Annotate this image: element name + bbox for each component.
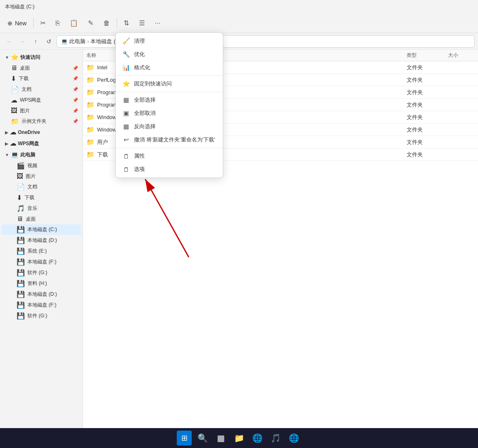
g-drive-icon: 💾 bbox=[17, 269, 25, 277]
sidebar-section-this-pc[interactable]: ▼ 💻 此电脑 bbox=[2, 149, 81, 160]
taskbar-edge-button[interactable]: 🌐 bbox=[286, 431, 301, 446]
col-size-label: 大小 bbox=[448, 52, 458, 59]
folder-icon: 📁 bbox=[86, 126, 95, 134]
undo-icon: ↩ bbox=[122, 136, 130, 144]
path-separator: › bbox=[87, 38, 89, 44]
sidebar-photos2-label: 图片 bbox=[26, 173, 36, 180]
sidebar-item-photos2[interactable]: 🖼 图片 bbox=[2, 171, 81, 181]
sidebar-item-g-drive[interactable]: 💾 软件 (G:) bbox=[2, 268, 81, 278]
sidebar-g-drive-label: 软件 (G:) bbox=[27, 269, 47, 276]
options-label: 选项 bbox=[134, 166, 145, 173]
cut-icon: ✂ bbox=[40, 19, 46, 27]
sidebar-item-f2-drive[interactable]: 💾 本地磁盘 (F:) bbox=[2, 300, 81, 310]
view-icon: ☰ bbox=[139, 19, 145, 27]
cut-button[interactable]: ✂ bbox=[36, 17, 50, 29]
sidebar-item-docs[interactable]: 📄 文档 📌 bbox=[2, 84, 81, 95]
taskbar-chrome-button[interactable]: 🌐 bbox=[250, 431, 265, 446]
new-button[interactable]: ⊕ New bbox=[3, 17, 31, 29]
search-icon: 🔍 bbox=[198, 433, 208, 443]
sidebar-item-d-drive[interactable]: 💾 本地磁盘 (D:) bbox=[2, 235, 81, 246]
taskbar-explorer-button[interactable]: 📁 bbox=[232, 431, 246, 446]
taskbar-music-button[interactable]: 🎵 bbox=[268, 431, 283, 446]
taskbar: ⊞ 🔍 ▦ 📁 🌐 🎵 🌐 bbox=[0, 428, 478, 448]
col-header-size[interactable]: 大小 bbox=[445, 50, 478, 61]
menu-item-undo[interactable]: ↩ 撤消 将'新建文件夹'重命名为'下载' bbox=[116, 133, 223, 146]
refresh-button[interactable]: ↺ bbox=[43, 36, 55, 47]
paste-button[interactable]: 📋 bbox=[66, 17, 82, 29]
sidebar-item-videos[interactable]: 🎬 视频 bbox=[2, 161, 81, 171]
photos-icon: 🖼 bbox=[11, 107, 17, 114]
back-button[interactable]: ← bbox=[3, 36, 15, 47]
menu-item-optimize[interactable]: 🔧 优化 bbox=[116, 48, 223, 61]
sidebar-item-d2-drive[interactable]: 💾 本地磁盘 (D:) bbox=[2, 289, 81, 299]
up-button[interactable]: ↑ bbox=[30, 36, 41, 47]
col-name-label: 名称 bbox=[86, 52, 96, 59]
view-button[interactable]: ☰ bbox=[135, 17, 149, 29]
sidebar-item-docs2[interactable]: 📄 文档 bbox=[2, 182, 81, 192]
col-header-type[interactable]: 类型 bbox=[403, 50, 445, 61]
chevron-right-onedrive: ▶ bbox=[5, 130, 8, 135]
sidebar-item-g2-drive[interactable]: 💾 软件 (G:) bbox=[2, 311, 81, 321]
main-layout: ▼ ⭐ 快速访问 🖥 桌面 📌 ⬇ 下载 📌 📄 文档 📌 ☁ WPS网盘 📌 … bbox=[0, 50, 478, 433]
menu-item-select-all[interactable]: ▦ 全部选择 bbox=[116, 93, 223, 107]
folder-icon: 📁 bbox=[86, 151, 95, 158]
sidebar-item-desktop2[interactable]: 🖥 桌面 bbox=[2, 214, 81, 224]
taskbar-multitask-button[interactable]: ▦ bbox=[213, 431, 228, 446]
col-header-date[interactable] bbox=[337, 50, 403, 61]
file-name: 用户 bbox=[97, 139, 108, 146]
sidebar-section-onedrive[interactable]: ▶ ☁ OneDrive bbox=[2, 127, 81, 138]
d-drive-icon: 💾 bbox=[17, 236, 25, 244]
menu-divider bbox=[116, 92, 223, 92]
more-icon: ··· bbox=[155, 19, 160, 27]
delete-button[interactable]: 🗑 bbox=[99, 17, 114, 29]
sort-button[interactable]: ⇅ bbox=[120, 17, 133, 29]
sidebar-item-download[interactable]: ⬇ 下载 📌 bbox=[2, 73, 81, 84]
menu-item-format[interactable]: 📊 格式化 bbox=[116, 61, 223, 74]
sidebar-item-desktop[interactable]: 🖥 桌面 📌 bbox=[2, 63, 81, 73]
sidebar-g2-drive-label: 软件 (G:) bbox=[27, 312, 47, 319]
sidebar-item-examples[interactable]: 📁 示例文件夹 📌 bbox=[2, 116, 81, 127]
rename-button[interactable]: ✎ bbox=[84, 17, 98, 29]
folder-icon: 📁 bbox=[86, 88, 95, 96]
menu-item-pin[interactable]: ⭐ 固定到快速访问 bbox=[116, 77, 223, 90]
pin-icon-6: 📌 bbox=[73, 119, 78, 124]
sidebar-e-drive-label: 系统 (E:) bbox=[27, 248, 47, 255]
sidebar-download-label: 下载 bbox=[19, 75, 29, 82]
menu-item-clean[interactable]: 🧹 清理 bbox=[116, 34, 223, 48]
desktop-icon: 🖥 bbox=[11, 64, 17, 72]
sidebar-music-label: 音乐 bbox=[27, 205, 37, 212]
sidebar-item-e-drive[interactable]: 💾 系统 (E:) bbox=[2, 246, 81, 256]
examples-icon: 📁 bbox=[11, 117, 19, 125]
edge-icon: 🌐 bbox=[289, 433, 299, 443]
file-name: Intel bbox=[97, 64, 107, 71]
menu-item-options[interactable]: 🗒 选项 bbox=[116, 163, 223, 176]
sidebar-item-f-drive[interactable]: 💾 本地磁盘 (F:) bbox=[2, 257, 81, 267]
sidebar-docs-label: 文档 bbox=[22, 86, 32, 93]
menu-item-properties[interactable]: 🗒 属性 bbox=[116, 149, 223, 163]
more-button[interactable]: ··· bbox=[151, 17, 164, 29]
taskbar-start-button[interactable]: ⊞ bbox=[177, 431, 192, 446]
delete-icon: 🗑 bbox=[103, 19, 110, 27]
menu-item-invert[interactable]: ▦ 反向选择 bbox=[116, 120, 223, 133]
menu-item-deselect-all[interactable]: ▣ 全部取消 bbox=[116, 107, 223, 120]
sidebar-item-c-drive[interactable]: 💾 本地磁盘 (C:) bbox=[2, 224, 81, 235]
sidebar-download2-label: 下载 bbox=[24, 194, 34, 201]
sidebar-quick-access-label: 快速访问 bbox=[20, 54, 40, 61]
toolbar-separator-1 bbox=[33, 18, 34, 28]
sidebar-section-wps2[interactable]: ▶ ☁ WPS网盘 bbox=[2, 138, 81, 149]
col-type-label: 类型 bbox=[407, 52, 417, 59]
sidebar-section-quick-access[interactable]: ▼ ⭐ 快速访问 bbox=[2, 52, 81, 63]
file-type: 文件夹 bbox=[403, 101, 445, 109]
videos-icon: 🎬 bbox=[17, 162, 25, 170]
deselect-all-label: 全部取消 bbox=[134, 110, 156, 117]
sidebar-item-photos[interactable]: 🖼 图片 📌 bbox=[2, 106, 81, 116]
forward-button[interactable]: → bbox=[17, 36, 28, 47]
sidebar-item-wps[interactable]: ☁ WPS网盘 📌 bbox=[2, 95, 81, 105]
f2-drive-icon: 💾 bbox=[17, 301, 25, 309]
sidebar-item-h-drive[interactable]: 💾 资料 (H:) bbox=[2, 278, 81, 289]
copy-button[interactable]: ⎘ bbox=[51, 17, 64, 29]
sidebar-item-download2[interactable]: ⬇ 下载 bbox=[2, 192, 81, 203]
sidebar-item-music[interactable]: 🎵 音乐 bbox=[2, 203, 81, 214]
taskbar-search-button[interactable]: 🔍 bbox=[195, 431, 210, 446]
photos2-icon: 🖼 bbox=[17, 173, 23, 180]
